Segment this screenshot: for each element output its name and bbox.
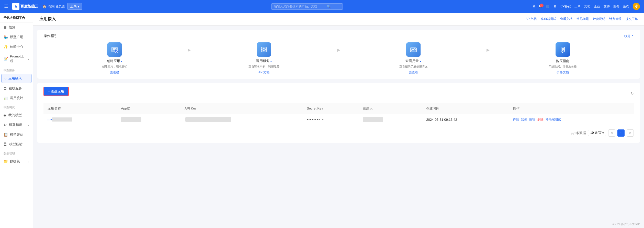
arrow-1: ▶ bbox=[186, 47, 193, 52]
model-compress-icon: 🗜 bbox=[4, 142, 7, 146]
sidebar-item-dataset[interactable]: 📁 数据集 ∨ bbox=[0, 157, 33, 166]
sidebar-item-overview[interactable]: ⊞ 概览 bbox=[0, 22, 33, 32]
content-area: 操作指引 收起 ∧ bbox=[33, 26, 644, 147]
cell-secret-key: •••••••• ▾ bbox=[303, 114, 359, 125]
step3-link[interactable]: 去查看 bbox=[409, 70, 418, 75]
step1-desc: 创建应用，获取密钥 bbox=[102, 64, 127, 69]
search-box[interactable]: 🔍 bbox=[271, 3, 343, 10]
grid-icon[interactable]: ⊞ bbox=[553, 5, 556, 8]
support-link[interactable]: 支持 bbox=[604, 4, 610, 9]
sidebar-item-experience[interactable]: ✨ 体验中心 bbox=[0, 42, 33, 52]
table-body: my f bbox=[43, 114, 634, 125]
guide-collapse-button[interactable]: 收起 ∧ bbox=[624, 34, 634, 38]
guide-step-3: 查看用量 ● 查看报表了解使用情况 去查看 bbox=[342, 42, 484, 75]
sidebar-item-model-compress[interactable]: 🗜 模型压缩 bbox=[0, 139, 33, 149]
sidebar-item-model-market[interactable]: 🏪 模型广场 bbox=[0, 32, 33, 42]
finance-link[interactable]: 财务 bbox=[613, 4, 619, 9]
sidebar-item-call-stats[interactable]: 📊 调用统计 bbox=[0, 93, 33, 103]
message-icon[interactable]: 💬1 bbox=[539, 5, 543, 8]
sidebar-item-label: 模型广场 bbox=[10, 35, 23, 39]
pagination: 共1条数据 10 条/页 ▾ < 1 > bbox=[43, 125, 634, 139]
step4-link[interactable]: 价格文档 bbox=[557, 70, 569, 75]
monitor-icon[interactable]: 🖥 bbox=[532, 5, 535, 8]
mobile-test-link[interactable]: 移动端测试 bbox=[541, 17, 556, 21]
experience-icon: ✨ bbox=[4, 45, 8, 49]
cart-icon[interactable]: 🛒 bbox=[546, 5, 550, 8]
svg-point-15 bbox=[414, 48, 414, 49]
search-input[interactable] bbox=[274, 5, 325, 8]
prev-icon: < bbox=[611, 131, 613, 135]
step1-link[interactable]: 去创建 bbox=[110, 70, 119, 75]
arrow-3: ▶ bbox=[484, 47, 492, 52]
scope-selector[interactable]: 全局 ▾ bbox=[67, 3, 82, 10]
app-name-link[interactable]: my bbox=[48, 117, 72, 121]
pagination-total: 共1条数据 bbox=[571, 131, 586, 135]
app-table: 应用名称 AppID API Key Secret Key 创建人 创建时间 操… bbox=[43, 103, 634, 125]
billing-info-link[interactable]: 计费说明 bbox=[593, 17, 605, 21]
sidebar-item-label: 应用接入 bbox=[8, 76, 22, 81]
cell-appid bbox=[117, 114, 180, 125]
search-icon[interactable]: 🔍 bbox=[327, 5, 331, 8]
col-api-key: API Key bbox=[180, 103, 303, 114]
docs-link[interactable]: 文档 bbox=[584, 4, 590, 9]
secret-key-dots: •••••••• bbox=[307, 118, 320, 122]
faq-link[interactable]: 常见问题 bbox=[577, 17, 589, 21]
action-detail[interactable]: 详情 bbox=[513, 117, 519, 122]
table-header: 应用名称 AppID API Key Secret Key 创建人 创建时间 操… bbox=[43, 103, 634, 114]
sidebar-item-model-tune[interactable]: ⚙ 模型精调 ∨ bbox=[0, 120, 33, 130]
sidebar-item-label: 模型评估 bbox=[10, 132, 23, 137]
chevron-down-icon: ▾ bbox=[78, 5, 80, 8]
step4-icon bbox=[556, 42, 570, 57]
page-1-button[interactable]: 1 bbox=[617, 129, 625, 137]
page-size-selector[interactable]: 10 条/页 ▾ bbox=[588, 130, 606, 136]
chevron-icon: ∨ bbox=[28, 57, 29, 60]
guide-step-1: 创建应用 ● 创建应用，获取密钥 去创建 bbox=[43, 42, 186, 75]
footer-watermark: CSDN @小九不慌3AP bbox=[612, 222, 640, 226]
action-delete[interactable]: 删除 bbox=[537, 117, 544, 122]
step1-title: 创建应用 ● bbox=[107, 59, 122, 63]
step3-desc: 查看报表了解使用情况 bbox=[399, 64, 427, 69]
page-num: 1 bbox=[620, 131, 622, 135]
chevron-icon-dataset: ∨ bbox=[28, 160, 29, 163]
platform-title: 千帆大模型平台 bbox=[0, 13, 33, 22]
step2-icon bbox=[257, 42, 271, 57]
col-creator: 创建人 bbox=[359, 103, 422, 114]
model-market-icon: 🏪 bbox=[4, 35, 8, 39]
sidebar-item-prompt[interactable]: 📝 Prompt工程 ∨ bbox=[0, 52, 33, 66]
sidebar-item-model-eval[interactable]: 📋 模型评估 bbox=[0, 130, 33, 139]
sidebar-item-label: 调用统计 bbox=[10, 96, 23, 100]
icp-link[interactable]: ICP备案 bbox=[560, 4, 571, 9]
view-docs-link[interactable]: 查看文档 bbox=[560, 17, 572, 21]
next-icon: > bbox=[629, 131, 631, 135]
arrow-2: ▶ bbox=[335, 47, 342, 52]
action-monitor[interactable]: 监控 bbox=[521, 117, 527, 122]
refresh-button[interactable]: ↻ bbox=[631, 91, 634, 95]
reveal-secret-key-button[interactable]: ▾ bbox=[322, 118, 324, 121]
logo-text: 百度智能云 bbox=[20, 4, 38, 9]
sidebar-item-app-access[interactable]: ○ 应用接入 bbox=[2, 74, 31, 83]
guide-header: 操作指引 收起 ∧ bbox=[43, 34, 634, 38]
sidebar-item-my-model[interactable]: ◈ 我的模型 bbox=[0, 110, 33, 120]
header-links: API文档 移动端测试 查看文档 常见问题 计费说明 计费管理 提交工单 bbox=[526, 17, 638, 21]
breadcrumb-home[interactable]: 控制台总览 bbox=[49, 4, 65, 9]
action-edit[interactable]: 编辑 bbox=[529, 117, 535, 122]
submit-ticket-link[interactable]: 提交工单 bbox=[626, 17, 638, 21]
sidebar-item-online-service[interactable]: ⊡ 在线服务 bbox=[0, 83, 33, 93]
billing-mgmt-link[interactable]: 计费管理 bbox=[609, 17, 622, 21]
next-page-button[interactable]: > bbox=[627, 129, 634, 137]
menu-toggle-button[interactable]: ☰ bbox=[4, 4, 8, 9]
sidebar: 千帆大模型平台 ⊞ 概览 🏪 模型广场 ✨ 体验中心 📝 Prompt工程 ∨ … bbox=[0, 13, 33, 228]
avatar[interactable]: 小 bbox=[633, 3, 640, 10]
step2-link[interactable]: API文档 bbox=[258, 70, 269, 75]
search-area: 🔍 bbox=[86, 3, 528, 10]
action-mobile-test[interactable]: 移动端测试 bbox=[546, 117, 561, 122]
cell-created-at: 2024-05-31 09:13:42 bbox=[422, 114, 509, 125]
ticket-link[interactable]: 工单 bbox=[574, 4, 581, 9]
ecosystem-link[interactable]: 生态 bbox=[623, 4, 629, 9]
api-docs-link[interactable]: API文档 bbox=[526, 17, 537, 21]
prev-page-button[interactable]: < bbox=[608, 129, 615, 137]
sidebar-item-label: 数据集 bbox=[10, 159, 20, 164]
enterprise-link[interactable]: 企业 bbox=[594, 4, 600, 9]
create-app-button[interactable]: + 创建应用 bbox=[43, 87, 69, 96]
overview-icon: ⊞ bbox=[4, 25, 7, 29]
